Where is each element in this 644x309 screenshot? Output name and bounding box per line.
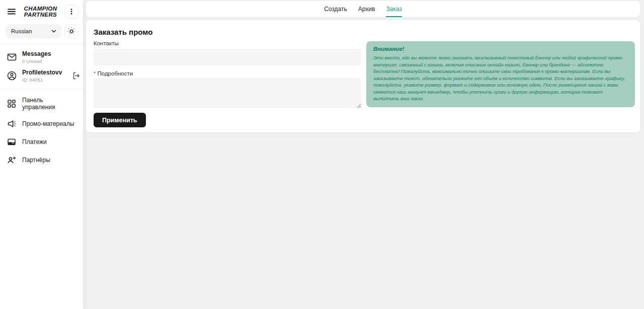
details-label-text: Подробности — [97, 70, 133, 76]
top-tab-bar: Создать Архив Заказ — [86, 1, 640, 17]
messages-title: Messages — [22, 50, 51, 57]
details-label: *Подробности — [94, 70, 133, 76]
sidebar-item-payments[interactable]: Платежи — [4, 133, 79, 151]
tab-order[interactable]: Заказ — [386, 1, 401, 17]
envelope-icon — [7, 52, 17, 62]
contacts-input[interactable] — [94, 49, 361, 65]
notice-title: Внимание! — [373, 46, 628, 52]
sidebar-user-section: Messages 0 Unread Profiletestovv ID: 840… — [0, 44, 83, 89]
kebab-menu-button[interactable] — [64, 5, 78, 19]
sidebar-item-label: Платежи — [22, 138, 47, 145]
sidebar-nav: Панель управления Промо-материалы Платеж… — [0, 89, 83, 173]
brand-line2: PARTNERS — [24, 12, 57, 18]
wallet-icon — [7, 137, 17, 147]
sidebar-item-label: Партнёры — [22, 157, 50, 164]
person-circle-icon — [7, 70, 17, 81]
notice-body: Это место, где вы можете легко заказать … — [373, 54, 628, 102]
sidebar-item-messages[interactable]: Messages 0 Unread — [7, 48, 78, 66]
brand-logo: CHAMPION PARTNERS — [24, 6, 57, 18]
profile-id: ID: 84051 — [22, 77, 62, 83]
brand-line1: CHAMPION — [24, 6, 57, 12]
language-select-value: Russian — [11, 28, 32, 34]
person-add-icon — [7, 155, 17, 165]
language-select[interactable]: Russian — [6, 24, 61, 38]
theme-toggle-button[interactable] — [64, 24, 78, 38]
attention-notice: Внимание! Это место, где вы можете легко… — [366, 41, 635, 107]
campaign-icon — [7, 119, 17, 129]
kebab-menu-icon — [68, 8, 75, 15]
chevron-down-icon — [51, 28, 57, 34]
details-textarea[interactable] — [94, 78, 361, 108]
required-mark: * — [94, 70, 96, 76]
sidebar-item-label: Панель управления — [22, 97, 76, 111]
sidebar-item-profile[interactable]: Profiletestovv ID: 84051 — [7, 66, 78, 85]
apply-button[interactable]: Применить — [94, 113, 146, 127]
dashboard-icon — [7, 99, 17, 109]
sidebar-item-label: Промо-материалы — [22, 120, 74, 127]
page-title: Заказать промо — [94, 28, 152, 36]
tab-create[interactable]: Создать — [324, 1, 347, 17]
tab-archive[interactable]: Архив — [358, 1, 375, 17]
profile-name: Profiletestovv — [22, 69, 62, 76]
logout-icon[interactable] — [72, 71, 80, 80]
hamburger-menu-icon[interactable] — [7, 7, 17, 17]
sidebar-item-dashboard[interactable]: Панель управления — [4, 93, 79, 115]
sidebar-header: CHAMPION PARTNERS — [0, 0, 83, 22]
sidebar: CHAMPION PARTNERS Russian — [0, 0, 83, 309]
sidebar-item-partners[interactable]: Партнёры — [4, 151, 79, 169]
sun-icon — [67, 27, 75, 35]
language-row: Russian — [0, 22, 83, 44]
contacts-label: Контакты — [94, 40, 119, 46]
order-promo-card: Заказать промо Контакты *Подробности При… — [86, 20, 640, 132]
sidebar-item-promo-materials[interactable]: Промо-материалы — [4, 115, 79, 133]
messages-unread-count: 0 Unread — [22, 58, 51, 64]
